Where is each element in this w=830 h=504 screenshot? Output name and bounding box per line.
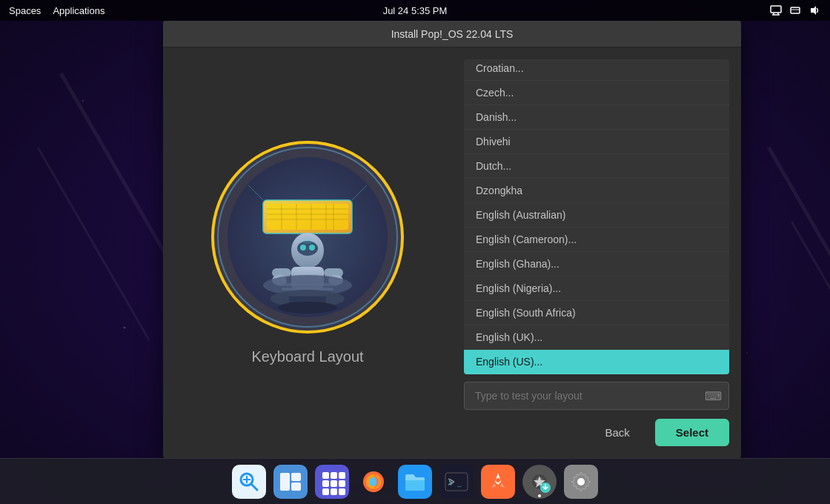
svg-rect-30 xyxy=(282,288,333,291)
running-indicator xyxy=(538,494,541,497)
svg-rect-29 xyxy=(278,283,337,286)
svg-rect-52 xyxy=(339,488,345,495)
language-item-danish[interactable]: Danish... xyxy=(464,105,729,130)
language-item-dutch[interactable]: Dutch... xyxy=(464,154,729,179)
decorative-streak xyxy=(791,222,830,415)
svg-rect-49 xyxy=(339,480,345,487)
svg-rect-45 xyxy=(331,472,337,479)
select-button[interactable]: Select xyxy=(655,419,729,446)
svg-rect-23 xyxy=(291,267,324,289)
window-title: Install Pop!_OS 22.04 LTS xyxy=(391,28,514,40)
panel-spaces-label[interactable]: Spaces xyxy=(9,5,41,16)
panel-left: Spaces Applications xyxy=(9,5,104,16)
panel-applications-label[interactable]: Applications xyxy=(53,5,104,16)
svg-point-26 xyxy=(272,275,287,285)
svg-rect-0 xyxy=(771,6,781,13)
svg-rect-4 xyxy=(791,7,800,13)
svg-point-28 xyxy=(263,275,352,296)
taskbar-layout-icon[interactable] xyxy=(273,465,308,499)
page-title: Keyboard Layout xyxy=(251,348,363,365)
svg-point-7 xyxy=(228,157,388,317)
svg-rect-41 xyxy=(280,473,290,491)
svg-rect-24 xyxy=(272,268,291,277)
svg-rect-18 xyxy=(263,200,352,233)
svg-point-62 xyxy=(496,478,500,483)
taskbar-firefox-icon[interactable] xyxy=(356,465,391,499)
taskbar-rocket-icon[interactable] xyxy=(481,465,515,499)
test-input-container: ⌨ xyxy=(464,382,729,410)
keyboard-icon: ⌨ xyxy=(705,389,722,403)
button-row: Back Select xyxy=(464,419,729,446)
svg-rect-46 xyxy=(339,472,345,479)
panel-right xyxy=(769,4,821,17)
panel-datetime: Jul 24 5:35 PM xyxy=(383,5,448,16)
svg-point-21 xyxy=(300,245,306,251)
svg-line-38 xyxy=(251,484,257,490)
language-item-english-za[interactable]: English (South Africa) xyxy=(464,301,729,325)
taskbar-grid-icon[interactable] xyxy=(315,465,349,499)
language-item-english-cm[interactable]: English (Cameroon)... xyxy=(464,228,729,252)
svg-rect-51 xyxy=(331,488,337,495)
taskbar-popshop-icon[interactable] xyxy=(522,465,557,499)
robot-svg xyxy=(226,156,389,319)
svg-rect-42 xyxy=(291,473,301,481)
language-item-czech[interactable]: Czech... xyxy=(464,81,729,105)
robot-illustration xyxy=(211,141,404,334)
svg-rect-48 xyxy=(331,480,337,487)
taskbar-terminal-icon[interactable]: $ _ xyxy=(439,465,474,499)
language-item-english-us[interactable]: English (US)... xyxy=(464,350,729,374)
decorative-streak xyxy=(767,147,830,405)
svg-rect-9 xyxy=(267,204,348,230)
taskbar-search-icon[interactable] xyxy=(232,465,266,499)
svg-rect-43 xyxy=(291,483,301,491)
svg-rect-8 xyxy=(263,200,352,233)
test-layout-input[interactable] xyxy=(464,382,729,410)
tray-volume-icon[interactable] xyxy=(808,4,821,17)
language-item-croatian[interactable]: Croatian... xyxy=(464,59,729,81)
window-titlebar: Install Pop!_OS 22.04 LTS xyxy=(163,21,741,47)
svg-point-20 xyxy=(297,241,318,256)
language-item-english-au[interactable]: English (Australian) xyxy=(464,203,729,228)
taskbar-files-icon[interactable] xyxy=(398,465,432,499)
taskbar-settings-icon[interactable] xyxy=(564,465,598,499)
language-item-dzongkha[interactable]: Dzongkha xyxy=(464,179,729,203)
svg-point-22 xyxy=(309,245,315,251)
decorative-streak xyxy=(37,147,150,341)
svg-point-34 xyxy=(302,238,313,244)
svg-rect-25 xyxy=(324,268,343,277)
back-button[interactable]: Back xyxy=(587,419,647,446)
svg-line-36 xyxy=(352,185,367,200)
language-item-english-ng[interactable]: English (Nigeria)... xyxy=(464,276,729,301)
language-item-english-uk[interactable]: English (UK)... xyxy=(464,325,729,350)
svg-point-27 xyxy=(328,275,343,285)
svg-rect-44 xyxy=(322,472,329,479)
language-item-english-gh[interactable]: English (Ghana)... xyxy=(464,252,729,276)
svg-point-31 xyxy=(270,290,345,308)
svg-rect-47 xyxy=(322,480,329,487)
left-panel: Keyboard Layout xyxy=(163,47,452,458)
tray-network-icon[interactable] xyxy=(788,4,802,17)
tray-screen-icon[interactable] xyxy=(769,4,783,17)
svg-line-35 xyxy=(248,185,263,200)
language-item-dhivehi[interactable]: Dhivehi xyxy=(464,130,729,154)
language-list[interactable]: Croatian...Czech...Danish...DhivehiDutch… xyxy=(464,59,729,374)
installer-window: Install Pop!_OS 22.04 LTS xyxy=(163,21,741,458)
svg-rect-50 xyxy=(322,488,329,495)
svg-marker-6 xyxy=(811,6,816,15)
svg-rect-32 xyxy=(289,296,326,308)
top-panel: Spaces Applications Jul 24 5:35 PM xyxy=(0,0,830,21)
taskbar: $ _ xyxy=(0,458,830,504)
svg-point-19 xyxy=(291,233,324,268)
window-content: Keyboard Layout Croatian...Czech...Danis… xyxy=(163,47,741,458)
right-panel: Croatian...Czech...Danish...DhivehiDutch… xyxy=(452,47,741,458)
svg-point-68 xyxy=(577,478,585,485)
svg-point-33 xyxy=(278,302,337,314)
